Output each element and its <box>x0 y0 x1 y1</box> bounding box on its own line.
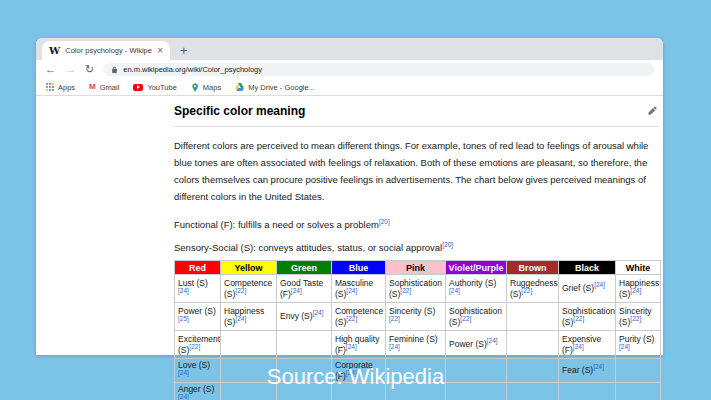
table-cell: Expensive (F)[24] <box>559 331 616 359</box>
section-heading: Specific color meaning <box>174 100 659 127</box>
reload-button[interactable]: ↻ <box>85 64 94 75</box>
sensory-text: Sensory-Social (S): conveys attitudes, s… <box>174 242 442 253</box>
table-row: Lust (S)[24]Competence (S)[22]Good Taste… <box>175 275 661 303</box>
citation-ref[interactable]: [24] <box>487 337 498 344</box>
column-header-brown: Brown <box>507 261 559 275</box>
citation-ref[interactable]: [24] <box>630 287 641 294</box>
bookmark-my-drive[interactable]: My Drive - Google... <box>235 83 315 92</box>
source-caption: Source: Wikipedia <box>0 364 711 390</box>
apps-grid-icon <box>46 83 54 91</box>
column-header-white: White <box>616 261 661 275</box>
table-cell: Sophistication (S)[22] <box>559 303 616 331</box>
edit-section-button[interactable] <box>648 106 659 117</box>
bookmark-label: YouTube <box>147 83 176 92</box>
cell-text: Competence (S) <box>224 278 272 299</box>
citation-ref[interactable]: [24] <box>619 343 630 350</box>
edit-pencil-icon <box>648 106 659 117</box>
table-cell: Excitement (S)[22] <box>175 331 221 359</box>
tab-close-icon[interactable]: × <box>157 46 163 56</box>
citation-ref[interactable]: [22] <box>521 287 532 294</box>
table-cell: Feminine (S)[24] <box>386 331 446 359</box>
bookmark-gmail[interactable]: M Gmail <box>89 83 119 92</box>
citation-ref[interactable]: [24] <box>178 287 189 294</box>
bookmark-label: Maps <box>203 83 221 92</box>
bookmark-apps[interactable]: Apps <box>46 83 75 92</box>
page-content: Specific color meaning Different colors … <box>36 96 663 400</box>
citation-ref[interactable]: [22] <box>189 343 200 350</box>
table-cell: Power (S)[24] <box>446 331 507 359</box>
table-cell <box>277 331 332 359</box>
table-cell: Sophistication (S)[22] <box>446 303 507 331</box>
table-cell: Purity (S)[24] <box>616 331 661 359</box>
table-cell: Masculine (S)[24] <box>332 275 386 303</box>
cell-text: Sophistication (S) <box>562 306 615 327</box>
citation-ref[interactable]: [24] <box>346 343 357 350</box>
cell-text: Grief (S) <box>562 283 594 293</box>
tab-bar: W Color psychology - Wikipedia × + <box>36 38 663 60</box>
table-cell: Power (S)[25] <box>175 303 221 331</box>
address-bar: ← → ↻ en.m.wikipedia.org/wiki/Color_psyc… <box>36 60 663 79</box>
citation-ref[interactable]: [22] <box>389 315 400 322</box>
citation-ref[interactable]: [24] <box>346 287 357 294</box>
citation-ref[interactable]: [24] <box>291 287 302 294</box>
table-cell: Envy (S)[24] <box>277 303 332 331</box>
url-text: en.m.wikipedia.org/wiki/Color_psychology <box>123 65 262 74</box>
table-cell: Lust (S)[24] <box>175 275 221 303</box>
cell-text: Envy (S) <box>280 311 313 321</box>
browser-window: W Color psychology - Wikipedia × + ← → ↻… <box>36 38 663 355</box>
table-cell: Happiness (S)[24] <box>221 303 277 331</box>
citation-ref[interactable]: [24] <box>313 309 324 316</box>
bookmark-label: My Drive - Google... <box>248 83 315 92</box>
table-cell: Sophistication (S)[22] <box>386 275 446 303</box>
citation-ref[interactable]: [24] <box>389 343 400 350</box>
table-cell <box>221 331 277 359</box>
table-cell: Grief (S)[24] <box>559 275 616 303</box>
column-header-red: Red <box>175 261 221 275</box>
wikipedia-favicon-icon: W <box>49 46 60 56</box>
bookmark-maps[interactable]: Maps <box>191 83 221 92</box>
bookmark-youtube[interactable]: YouTube <box>133 83 176 92</box>
citation-ref[interactable]: [20] <box>442 241 453 248</box>
citation-ref[interactable]: [20] <box>379 218 390 225</box>
citation-ref[interactable]: [22] <box>346 315 357 322</box>
table-cell: High quality (F)[24] <box>332 331 386 359</box>
bookmarks-bar: Apps M Gmail YouTube Maps My Drive - Goo… <box>36 79 663 96</box>
section-title: Specific color meaning <box>174 104 305 118</box>
gmail-icon: M <box>89 83 96 91</box>
maps-pin-icon <box>191 83 199 92</box>
citation-ref[interactable]: [22] <box>573 315 584 322</box>
citation-ref[interactable]: [24] <box>235 315 246 322</box>
table-row: Excitement (S)[22]High quality (F)[24]Fe… <box>175 331 661 359</box>
citation-ref[interactable]: [22] <box>235 287 246 294</box>
citation-ref[interactable]: [24] <box>178 393 189 400</box>
table-cell: Good Taste (F)[24] <box>277 275 332 303</box>
column-header-violet-purple: Violet/Purple <box>446 261 507 275</box>
table-cell: Competence (S)[22] <box>332 303 386 331</box>
citation-ref[interactable]: [24] <box>573 343 584 350</box>
browser-tab[interactable]: W Color psychology - Wikipedia × <box>42 41 170 60</box>
lock-icon <box>111 66 118 74</box>
table-header-row: RedYellowGreenBluePinkViolet/PurpleBrown… <box>175 261 661 275</box>
bookmark-label: Gmail <box>100 83 120 92</box>
table-cell: Happiness (S)[24] <box>616 275 661 303</box>
citation-ref[interactable]: [22] <box>630 315 641 322</box>
table-cell <box>507 303 559 331</box>
citation-ref[interactable]: [24] <box>594 281 605 288</box>
citation-ref[interactable]: [25] <box>178 315 189 322</box>
new-tab-button[interactable]: + <box>180 44 188 57</box>
column-header-pink: Pink <box>386 261 446 275</box>
functional-definition: Functional (F): fulfills a need or solve… <box>174 219 659 230</box>
url-input[interactable]: en.m.wikipedia.org/wiki/Color_psychology <box>103 63 654 76</box>
table-cell: Competence (S)[22] <box>221 275 277 303</box>
citation-ref[interactable]: [24] <box>449 287 460 294</box>
citation-ref[interactable]: [22] <box>400 287 411 294</box>
table-cell: Ruggedness (S)[22] <box>507 275 559 303</box>
cell-text: Competence (S) <box>335 306 383 327</box>
forward-button[interactable]: → <box>65 64 76 75</box>
citation-ref[interactable]: [22] <box>460 315 471 322</box>
table-cell: Authority (S)[24] <box>446 275 507 303</box>
column-header-green: Green <box>277 261 332 275</box>
cell-text: High quality (F) <box>335 334 379 355</box>
back-button[interactable]: ← <box>45 64 56 75</box>
tab-title: Color psychology - Wikipedia <box>65 46 152 55</box>
